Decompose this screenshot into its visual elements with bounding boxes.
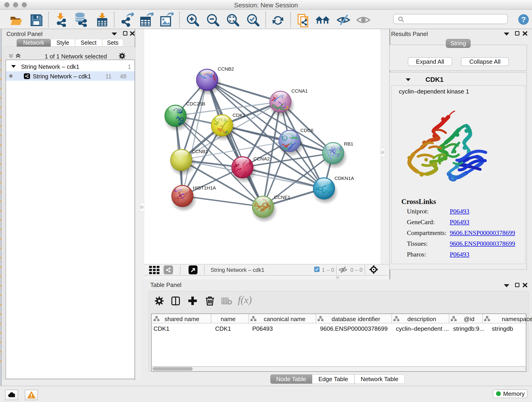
svg-text:CCNB2: CCNB2 bbox=[218, 66, 234, 71]
svg-text:CCNA1: CCNA1 bbox=[291, 88, 308, 94]
svg-text:CDC6: CDC6 bbox=[300, 128, 313, 133]
svg-text:CCNE1: CCNE1 bbox=[274, 195, 290, 200]
svg-text:CDK1: CDK1 bbox=[233, 113, 245, 118]
svg-text:HIST1H1A: HIST1H1A bbox=[193, 185, 216, 191]
svg-text:CDKN1A: CDKN1A bbox=[335, 176, 354, 181]
svg-text:CCNB1: CCNB1 bbox=[192, 149, 208, 154]
svg-text:CCNA2: CCNA2 bbox=[253, 156, 270, 161]
svg-text:RB1: RB1 bbox=[344, 141, 353, 147]
svg-text:CDC25B: CDC25B bbox=[186, 101, 205, 106]
